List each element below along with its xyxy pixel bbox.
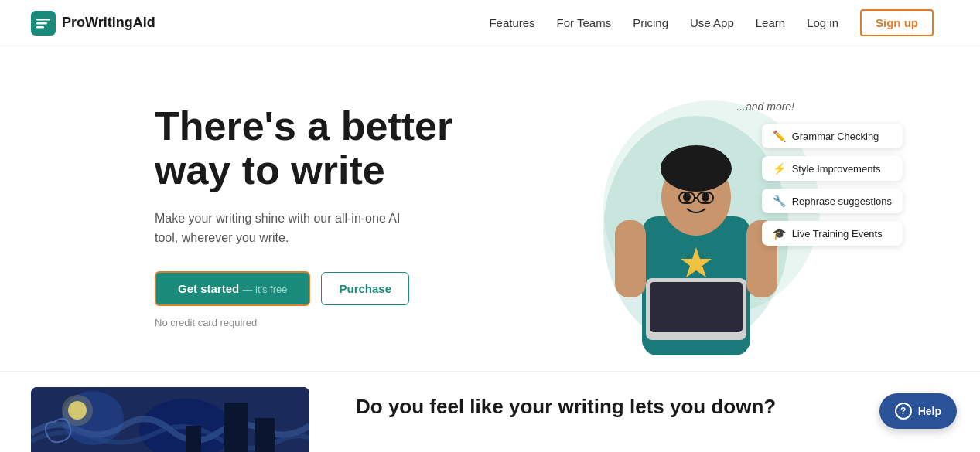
svg-rect-3 xyxy=(36,26,44,29)
grammar-label: Grammar Checking xyxy=(792,131,879,142)
no-credit-label: No credit card required xyxy=(155,317,526,328)
grammar-icon: ✏️ xyxy=(773,130,786,142)
nav-learn[interactable]: Learn xyxy=(756,16,785,29)
bottom-section: Do you feel like your writing lets you d… xyxy=(0,371,980,452)
nav-links: Features For Teams Pricing Use App Learn… xyxy=(489,9,934,36)
help-label: Help xyxy=(918,405,941,417)
nav-signup-button[interactable]: Sign up xyxy=(860,9,934,36)
feature-pill-grammar: ✏️ Grammar Checking xyxy=(762,124,903,148)
svg-point-7 xyxy=(661,145,732,192)
help-button[interactable]: ? Help xyxy=(879,393,957,429)
svg-rect-25 xyxy=(186,426,201,452)
style-label: Style Improvements xyxy=(792,163,881,175)
navigation: ProWritingAid Features For Teams Pricing… xyxy=(0,0,980,46)
purchase-button[interactable]: Purchase xyxy=(321,272,409,305)
bottom-painting xyxy=(31,387,309,452)
training-icon: 🎓 xyxy=(773,227,786,240)
hero-subtitle: Make your writing shine with our all-in-… xyxy=(155,209,418,248)
nav-login[interactable]: Log in xyxy=(807,16,838,29)
nav-use-app[interactable]: Use App xyxy=(690,16,734,29)
svg-point-8 xyxy=(683,192,691,202)
rephrase-label: Rephrase suggestions xyxy=(792,195,892,207)
svg-rect-1 xyxy=(36,19,50,21)
hero-section: There's a better way to write Make your … xyxy=(0,46,980,371)
bottom-text-area: Do you feel like your writing lets you d… xyxy=(356,387,949,419)
svg-rect-24 xyxy=(255,418,275,452)
logo-icon xyxy=(31,11,56,36)
svg-point-9 xyxy=(702,192,709,202)
feature-pill-rephrase: 🔧 Rephrase suggestions xyxy=(762,189,903,213)
training-label: Live Training Events xyxy=(792,228,883,240)
help-circle-icon: ? xyxy=(895,403,912,420)
hero-text-block: There's a better way to write Make your … xyxy=(155,104,526,328)
feature-pills-container: ✏️ Grammar Checking ⚡ Style Improvements… xyxy=(762,124,903,246)
svg-rect-2 xyxy=(36,22,47,25)
hero-buttons: Get started — it's free Purchase xyxy=(155,271,526,306)
hero-title: There's a better way to write xyxy=(155,104,526,192)
brand-logo[interactable]: ProWritingAid xyxy=(31,11,155,36)
svg-rect-13 xyxy=(615,220,646,297)
nav-pricing[interactable]: Pricing xyxy=(633,16,668,29)
nav-features[interactable]: Features xyxy=(489,16,534,29)
bottom-question: Do you feel like your writing lets you d… xyxy=(356,395,949,419)
nav-for-teams[interactable]: For Teams xyxy=(557,16,612,29)
feature-pill-training: 🎓 Live Training Events xyxy=(762,221,903,246)
feature-pill-style: ⚡ Style Improvements xyxy=(762,156,903,181)
rephrase-icon: 🔧 xyxy=(773,195,786,207)
painting-svg xyxy=(31,387,309,452)
get-started-button[interactable]: Get started — it's free xyxy=(155,271,310,306)
style-icon: ⚡ xyxy=(773,162,786,175)
svg-rect-16 xyxy=(650,282,743,332)
brand-name: ProWritingAid xyxy=(62,15,155,31)
svg-rect-23 xyxy=(224,403,248,452)
hero-image-area: ...and more! ✏️ Grammar Checking ⚡ Style… xyxy=(541,77,949,355)
